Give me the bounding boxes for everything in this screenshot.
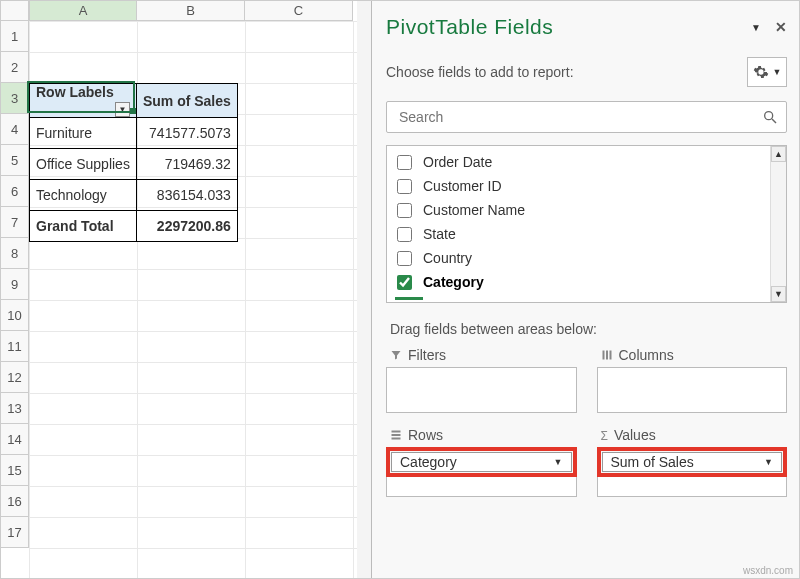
vertical-scrollbar[interactable] [357,1,371,578]
pivot-row-label: Office Supplies [30,149,137,180]
tools-button[interactable]: ▼ [747,57,787,87]
row-header-17[interactable]: 17 [1,517,29,548]
field-label: Customer Name [423,202,525,218]
svg-rect-3 [606,351,608,360]
row-header-2[interactable]: 2 [1,52,29,83]
pivot-grand-total-row[interactable]: Grand Total 2297200.86 [30,211,238,242]
rows-area[interactable]: Rows Category ▼ [386,427,577,497]
rows-highlighted-item: Category ▼ [386,447,577,477]
svg-line-1 [772,119,776,123]
pivot-data-row[interactable]: Technology836154.033 [30,180,238,211]
svg-rect-2 [602,351,604,360]
svg-point-0 [765,112,773,120]
rowlabels-filter-button[interactable]: ▼ [115,102,130,117]
funnel-icon [390,349,402,361]
pane-menu-dropdown-icon[interactable]: ▼ [751,22,761,33]
field-checkbox[interactable] [397,251,412,266]
field-item-customer-id[interactable]: Customer ID [393,174,770,198]
row-header-11[interactable]: 11 [1,331,29,362]
scroll-up-icon[interactable]: ▲ [771,146,786,162]
row-header-8[interactable]: 8 [1,238,29,269]
select-all-corner[interactable] [1,1,29,21]
values-area[interactable]: Values Sum of Sales ▼ [597,427,788,497]
field-checkbox[interactable] [397,179,412,194]
field-item-category[interactable]: Category [393,270,770,294]
pivot-row-label: Technology [30,180,137,211]
row-header-9[interactable]: 9 [1,269,29,300]
scroll-down-icon[interactable]: ▼ [771,286,786,302]
col-header-b[interactable]: B [137,1,245,21]
values-dropzone[interactable] [597,477,788,497]
grand-total-value: 2297200.86 [136,211,237,242]
svg-rect-6 [392,434,401,436]
pivot-row-value: 719469.32 [136,149,237,180]
pivot-data-row[interactable]: Office Supplies719469.32 [30,149,238,180]
field-checkbox[interactable] [397,203,412,218]
fieldlist-scrollbar[interactable]: ▲ ▼ [770,146,786,302]
row-headers: 1234567891011121314151617 [1,21,29,548]
rows-dropzone[interactable] [386,477,577,497]
values-highlighted-item: Sum of Sales ▼ [597,447,788,477]
spreadsheet-grid[interactable]: A B C 1234567891011121314151617 Row Labe… [1,1,371,578]
filters-dropzone[interactable] [386,367,577,413]
row-header-14[interactable]: 14 [1,424,29,455]
values-heading: Values [614,427,656,443]
pivot-data-row[interactable]: Furniture741577.5073 [30,118,238,149]
columns-icon [601,349,613,361]
pivot-header-rowlabels[interactable]: Row Labels ▼ [30,84,137,118]
row-header-1[interactable]: 1 [1,21,29,52]
field-label: State [423,226,456,242]
field-label: Customer ID [423,178,502,194]
choose-fields-label: Choose fields to add to report: [386,64,574,80]
pivot-row-label: Furniture [30,118,137,149]
row-header-13[interactable]: 13 [1,393,29,424]
row-header-12[interactable]: 12 [1,362,29,393]
pivot-header-rowlabels-text: Row Labels [36,84,114,100]
col-header-a[interactable]: A [29,1,137,21]
field-checkbox[interactable] [397,155,412,170]
filters-area[interactable]: Filters [386,347,577,413]
columns-dropzone[interactable] [597,367,788,413]
rows-field-item[interactable]: Category ▼ [391,452,572,472]
field-list[interactable]: Order DateCustomer IDCustomer NameStateC… [386,145,787,303]
grand-total-label: Grand Total [30,211,137,242]
pane-title: PivotTable Fields [386,15,553,39]
pivot-header-values-text: Sum of Sales [143,93,231,109]
pivot-table[interactable]: Row Labels ▼ Sum of Sales Furniture74157… [29,83,238,242]
row-header-7[interactable]: 7 [1,207,29,238]
row-header-15[interactable]: 15 [1,455,29,486]
values-field-item[interactable]: Sum of Sales ▼ [602,452,783,472]
rows-field-label: Category [400,454,457,470]
row-header-16[interactable]: 16 [1,486,29,517]
rows-icon [390,429,402,441]
field-item-customer-name[interactable]: Customer Name [393,198,770,222]
column-headers: A B C [29,1,353,21]
pivot-header-values[interactable]: Sum of Sales [136,84,237,118]
rows-heading: Rows [408,427,443,443]
pivot-row-value: 741577.5073 [136,118,237,149]
app-window: A B C 1234567891011121314151617 Row Labe… [0,0,800,579]
close-icon[interactable]: ✕ [775,19,787,35]
search-input[interactable] [397,108,762,126]
gear-icon [753,64,769,80]
values-field-label: Sum of Sales [611,454,694,470]
row-header-6[interactable]: 6 [1,176,29,207]
field-item-country[interactable]: Country [393,246,770,270]
svg-rect-5 [392,431,401,433]
col-header-c[interactable]: C [245,1,353,21]
row-header-10[interactable]: 10 [1,300,29,331]
pivot-row-value: 836154.033 [136,180,237,211]
row-header-3[interactable]: 3 [1,83,29,114]
pane-header: PivotTable Fields ▼ ✕ [386,3,787,51]
field-checkbox[interactable] [397,227,412,242]
field-search-box[interactable] [386,101,787,133]
field-item-order-date[interactable]: Order Date [393,150,770,174]
field-checkbox[interactable] [397,275,412,290]
row-header-4[interactable]: 4 [1,114,29,145]
row-header-5[interactable]: 5 [1,145,29,176]
field-item-state[interactable]: State [393,222,770,246]
chevron-down-icon: ▼ [554,457,563,467]
drag-areas-label: Drag fields between areas below: [390,321,787,337]
columns-area[interactable]: Columns [597,347,788,413]
search-icon [762,109,778,125]
